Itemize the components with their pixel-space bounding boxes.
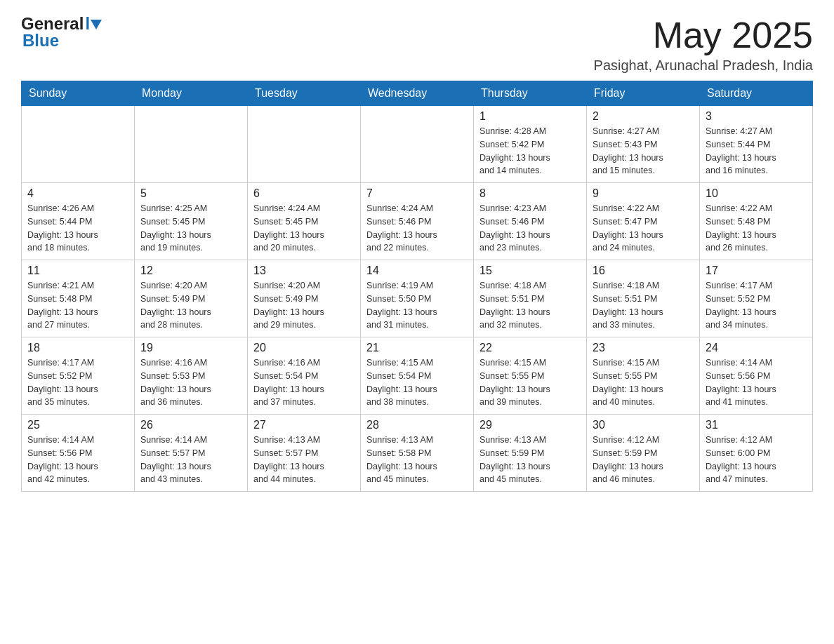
day-info: Sunrise: 4:26 AM Sunset: 5:44 PM Dayligh… xyxy=(27,202,128,255)
day-info: Sunrise: 4:21 AM Sunset: 5:48 PM Dayligh… xyxy=(27,279,128,332)
day-info: Sunrise: 4:12 AM Sunset: 6:00 PM Dayligh… xyxy=(706,434,807,486)
day-number: 31 xyxy=(706,419,807,431)
day-info: Sunrise: 4:15 AM Sunset: 5:54 PM Dayligh… xyxy=(366,356,468,409)
day-info: Sunrise: 4:22 AM Sunset: 5:48 PM Dayligh… xyxy=(706,202,807,255)
day-number: 28 xyxy=(366,419,468,431)
day-info: Sunrise: 4:25 AM Sunset: 5:45 PM Dayligh… xyxy=(140,202,241,255)
day-number: 19 xyxy=(140,342,241,354)
column-header-thursday: Thursday xyxy=(474,81,587,106)
day-cell-21: 21Sunrise: 4:15 AM Sunset: 5:54 PM Dayli… xyxy=(361,337,474,415)
day-cell-5: 5Sunrise: 4:25 AM Sunset: 5:45 PM Daylig… xyxy=(135,183,248,260)
day-number: 13 xyxy=(253,264,355,277)
day-number: 25 xyxy=(27,419,128,431)
logo-blue-word: Blue xyxy=(22,31,59,50)
day-info: Sunrise: 4:14 AM Sunset: 5:57 PM Dayligh… xyxy=(140,434,241,486)
day-cell-3: 3Sunrise: 4:27 AM Sunset: 5:44 PM Daylig… xyxy=(700,106,813,183)
week-row-3: 11Sunrise: 4:21 AM Sunset: 5:48 PM Dayli… xyxy=(22,260,813,337)
column-header-wednesday: Wednesday xyxy=(361,81,474,106)
day-number: 23 xyxy=(593,342,694,354)
day-number: 8 xyxy=(479,187,581,200)
day-cell-22: 22Sunrise: 4:15 AM Sunset: 5:55 PM Dayli… xyxy=(474,337,587,415)
header-row: SundayMondayTuesdayWednesdayThursdayFrid… xyxy=(22,81,813,106)
day-cell-1: 1Sunrise: 4:28 AM Sunset: 5:42 PM Daylig… xyxy=(474,106,587,183)
day-number: 4 xyxy=(27,187,128,200)
day-cell-14: 14Sunrise: 4:19 AM Sunset: 5:50 PM Dayli… xyxy=(361,260,474,337)
day-cell-31: 31Sunrise: 4:12 AM Sunset: 6:00 PM Dayli… xyxy=(700,415,813,492)
day-cell-8: 8Sunrise: 4:23 AM Sunset: 5:46 PM Daylig… xyxy=(474,183,587,260)
day-number: 15 xyxy=(479,264,581,277)
day-info: Sunrise: 4:28 AM Sunset: 5:42 PM Dayligh… xyxy=(479,125,581,177)
day-number: 11 xyxy=(27,264,128,277)
day-info: Sunrise: 4:15 AM Sunset: 5:55 PM Dayligh… xyxy=(479,356,581,409)
day-cell-18: 18Sunrise: 4:17 AM Sunset: 5:52 PM Dayli… xyxy=(22,337,135,415)
day-number: 9 xyxy=(593,187,694,200)
empty-cell xyxy=(361,106,474,183)
day-cell-25: 25Sunrise: 4:14 AM Sunset: 5:56 PM Dayli… xyxy=(22,415,135,492)
day-info: Sunrise: 4:22 AM Sunset: 5:47 PM Dayligh… xyxy=(593,202,694,255)
day-info: Sunrise: 4:13 AM Sunset: 5:57 PM Dayligh… xyxy=(253,434,355,486)
day-number: 21 xyxy=(366,342,468,354)
day-cell-4: 4Sunrise: 4:26 AM Sunset: 5:44 PM Daylig… xyxy=(22,183,135,260)
day-cell-19: 19Sunrise: 4:16 AM Sunset: 5:53 PM Dayli… xyxy=(135,337,248,415)
logo: General l Blue xyxy=(21,14,102,51)
day-info: Sunrise: 4:16 AM Sunset: 5:53 PM Dayligh… xyxy=(140,356,241,409)
day-info: Sunrise: 4:12 AM Sunset: 5:59 PM Dayligh… xyxy=(593,434,694,486)
day-cell-27: 27Sunrise: 4:13 AM Sunset: 5:57 PM Dayli… xyxy=(248,415,361,492)
day-info: Sunrise: 4:24 AM Sunset: 5:45 PM Dayligh… xyxy=(253,202,355,255)
day-info: Sunrise: 4:18 AM Sunset: 5:51 PM Dayligh… xyxy=(479,279,581,332)
day-number: 16 xyxy=(593,264,694,277)
location-text: Pasighat, Arunachal Pradesh, India xyxy=(594,58,813,74)
day-number: 29 xyxy=(479,419,581,431)
day-info: Sunrise: 4:24 AM Sunset: 5:46 PM Dayligh… xyxy=(366,202,468,255)
day-info: Sunrise: 4:13 AM Sunset: 5:59 PM Dayligh… xyxy=(479,434,581,486)
column-header-sunday: Sunday xyxy=(22,81,135,106)
day-number: 5 xyxy=(140,187,241,200)
day-info: Sunrise: 4:15 AM Sunset: 5:55 PM Dayligh… xyxy=(593,356,694,409)
day-cell-24: 24Sunrise: 4:14 AM Sunset: 5:56 PM Dayli… xyxy=(700,337,813,415)
day-cell-2: 2Sunrise: 4:27 AM Sunset: 5:43 PM Daylig… xyxy=(587,106,700,183)
day-number: 10 xyxy=(706,187,807,200)
day-number: 12 xyxy=(140,264,241,277)
day-number: 26 xyxy=(140,419,241,431)
day-cell-17: 17Sunrise: 4:17 AM Sunset: 5:52 PM Dayli… xyxy=(700,260,813,337)
day-cell-28: 28Sunrise: 4:13 AM Sunset: 5:58 PM Dayli… xyxy=(361,415,474,492)
day-cell-23: 23Sunrise: 4:15 AM Sunset: 5:55 PM Dayli… xyxy=(587,337,700,415)
day-number: 17 xyxy=(706,264,807,277)
column-header-friday: Friday xyxy=(587,81,700,106)
day-number: 27 xyxy=(253,419,355,431)
month-year-title: May 2025 xyxy=(594,14,813,56)
day-number: 1 xyxy=(479,110,581,123)
page-header: General l Blue May 2025 Pasighat, Arunac… xyxy=(21,14,813,74)
day-cell-6: 6Sunrise: 4:24 AM Sunset: 5:45 PM Daylig… xyxy=(248,183,361,260)
empty-cell xyxy=(22,106,135,183)
day-info: Sunrise: 4:20 AM Sunset: 5:49 PM Dayligh… xyxy=(253,279,355,332)
column-header-tuesday: Tuesday xyxy=(248,81,361,106)
column-header-monday: Monday xyxy=(135,81,248,106)
day-cell-10: 10Sunrise: 4:22 AM Sunset: 5:48 PM Dayli… xyxy=(700,183,813,260)
day-cell-30: 30Sunrise: 4:12 AM Sunset: 5:59 PM Dayli… xyxy=(587,415,700,492)
day-number: 6 xyxy=(253,187,355,200)
day-info: Sunrise: 4:17 AM Sunset: 5:52 PM Dayligh… xyxy=(27,356,128,409)
day-number: 20 xyxy=(253,342,355,354)
week-row-5: 25Sunrise: 4:14 AM Sunset: 5:56 PM Dayli… xyxy=(22,415,813,492)
day-number: 3 xyxy=(706,110,807,123)
day-number: 14 xyxy=(366,264,468,277)
empty-cell xyxy=(248,106,361,183)
column-header-saturday: Saturday xyxy=(700,81,813,106)
title-section: May 2025 Pasighat, Arunachal Pradesh, In… xyxy=(594,14,813,74)
day-cell-26: 26Sunrise: 4:14 AM Sunset: 5:57 PM Dayli… xyxy=(135,415,248,492)
day-info: Sunrise: 4:27 AM Sunset: 5:44 PM Dayligh… xyxy=(706,125,807,177)
day-cell-15: 15Sunrise: 4:18 AM Sunset: 5:51 PM Dayli… xyxy=(474,260,587,337)
week-row-4: 18Sunrise: 4:17 AM Sunset: 5:52 PM Dayli… xyxy=(22,337,813,415)
day-cell-13: 13Sunrise: 4:20 AM Sunset: 5:49 PM Dayli… xyxy=(248,260,361,337)
day-cell-29: 29Sunrise: 4:13 AM Sunset: 5:59 PM Dayli… xyxy=(474,415,587,492)
calendar-table: SundayMondayTuesdayWednesdayThursdayFrid… xyxy=(21,81,813,492)
day-cell-20: 20Sunrise: 4:16 AM Sunset: 5:54 PM Dayli… xyxy=(248,337,361,415)
day-info: Sunrise: 4:14 AM Sunset: 5:56 PM Dayligh… xyxy=(706,356,807,409)
day-cell-11: 11Sunrise: 4:21 AM Sunset: 5:48 PM Dayli… xyxy=(22,260,135,337)
day-info: Sunrise: 4:13 AM Sunset: 5:58 PM Dayligh… xyxy=(366,434,468,486)
day-number: 18 xyxy=(27,342,128,354)
day-info: Sunrise: 4:20 AM Sunset: 5:49 PM Dayligh… xyxy=(140,279,241,332)
day-cell-7: 7Sunrise: 4:24 AM Sunset: 5:46 PM Daylig… xyxy=(361,183,474,260)
day-number: 7 xyxy=(366,187,468,200)
